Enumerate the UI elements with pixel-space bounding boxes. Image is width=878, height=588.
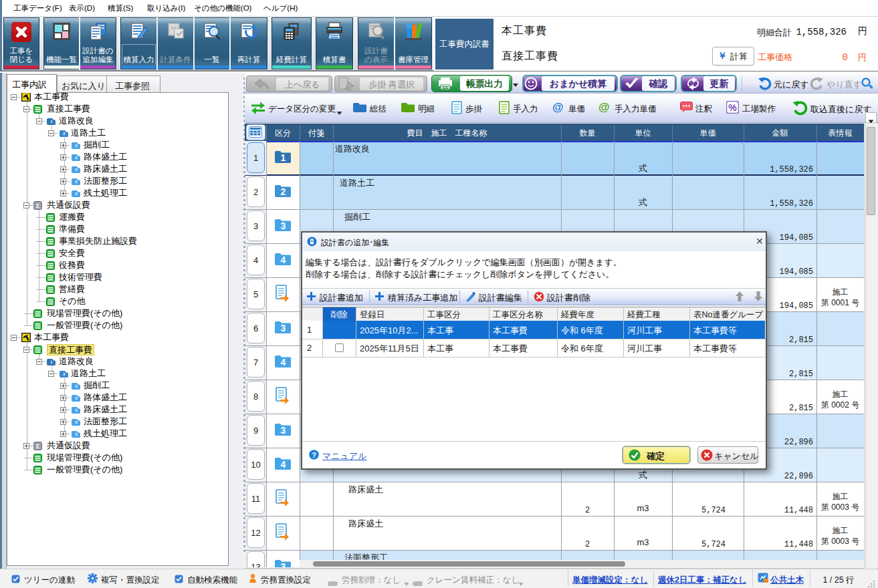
svg-text:3: 3 <box>281 425 286 436</box>
svg-text:4: 4 <box>281 459 286 470</box>
svg-text:4: 4 <box>281 255 286 265</box>
svg-text:1: 1 <box>281 152 286 163</box>
svg-text:Σ: Σ <box>36 443 40 450</box>
svg-text:2: 2 <box>281 186 286 197</box>
svg-text:3: 3 <box>281 561 286 567</box>
svg-text:3: 3 <box>281 323 286 333</box>
svg-text:?: ? <box>312 451 316 459</box>
svg-text:4: 4 <box>281 357 286 368</box>
svg-text:Σ: Σ <box>36 202 40 209</box>
svg-text:%: % <box>728 102 737 113</box>
svg-text:3: 3 <box>281 220 286 231</box>
